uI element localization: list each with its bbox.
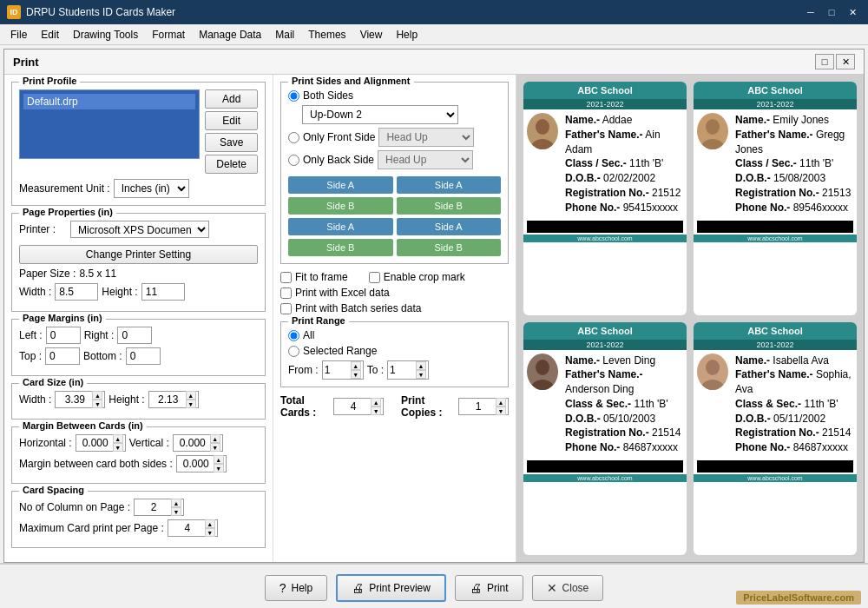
menu-help[interactable]: Help: [389, 27, 424, 43]
svg-rect-35: [699, 461, 700, 472]
total-cards-label: Total Cards :: [280, 394, 326, 419]
card-3-school: ABC School: [523, 322, 687, 340]
close-app-button[interactable]: ✕: [844, 5, 861, 19]
change-printer-button[interactable]: Change Printer Setting: [19, 245, 258, 264]
svg-rect-17: [708, 221, 710, 232]
svg-rect-7: [541, 221, 544, 232]
id-card-1: ABC School 2021-2022 Name.- Addae Father…: [523, 82, 687, 315]
edit-profile-button[interactable]: Edit: [205, 111, 258, 130]
margin-bottom-input[interactable]: [126, 347, 161, 365]
max-cards-spinner[interactable]: ▲▼: [168, 519, 218, 537]
side-cell-4[interactable]: Side B: [397, 197, 502, 215]
card-3-year: 2021-2022: [523, 340, 687, 350]
total-cards-spinner[interactable]: ▲▼: [333, 398, 384, 415]
side-cell-7[interactable]: Side B: [288, 239, 393, 256]
menu-drawing-tools[interactable]: Drawing Tools: [66, 27, 145, 43]
profile-list[interactable]: Default.drp: [19, 89, 200, 159]
margin-top-input[interactable]: [45, 347, 80, 365]
alignment-select[interactable]: Up-Down 2: [302, 105, 458, 124]
print-copies-label: Print Copies :: [401, 394, 451, 419]
card-4-year: 2021-2022: [694, 340, 857, 350]
print-sides-panel: Print Sides and Alignment Both Sides Up-…: [273, 75, 516, 562]
svg-rect-42: [717, 461, 719, 472]
svg-rect-38: [707, 461, 707, 472]
front-head-up-select[interactable]: Head Up: [378, 128, 474, 147]
preview-grid: ABC School 2021-2022 Name.- Addae Father…: [523, 82, 857, 555]
print-profile-section: Print Profile Default.drp Add Edit Save …: [11, 82, 266, 206]
delete-profile-button[interactable]: Delete: [205, 155, 258, 174]
title-bar: ID DRPU Students ID Cards Maker ─ □ ✕: [0, 0, 868, 24]
card-2-year: 2021-2022: [694, 99, 857, 109]
left-label: Left :: [19, 329, 43, 341]
print-preview-button[interactable]: 🖨 Print Preview: [336, 574, 446, 602]
minimize-button[interactable]: ─: [802, 5, 819, 19]
to-spinner[interactable]: ▲▼: [387, 360, 429, 380]
menu-edit[interactable]: Edit: [34, 27, 66, 43]
fit-to-frame-checkbox[interactable]: [280, 272, 292, 283]
menu-manage-data[interactable]: Manage Data: [192, 27, 268, 43]
card-4-info: Name.- Isabella Ava Father's Name.- Soph…: [735, 354, 853, 456]
options-section: Fit to frame Enable crop mark Print with…: [280, 271, 509, 314]
menu-themes[interactable]: Themes: [301, 27, 352, 43]
id-card-4: ABC School 2021-2022 Name.- Isabella Ava…: [694, 322, 857, 556]
side-cell-2[interactable]: Side A: [397, 176, 502, 194]
all-radio[interactable]: [288, 330, 299, 341]
menu-mail[interactable]: Mail: [268, 27, 301, 43]
batch-series-checkbox[interactable]: [280, 303, 292, 314]
back-side-radio[interactable]: [288, 155, 299, 166]
print-dialog: Print □ ✕ Print Profile Default.drp: [0, 45, 868, 563]
card-spacing-section: Card Spacing No of Column on Page : ▲▼ M…: [11, 491, 266, 548]
dialog-maximize-button[interactable]: □: [815, 54, 834, 69]
side-cell-8[interactable]: Side B: [397, 239, 502, 256]
page-height-input[interactable]: [141, 283, 185, 301]
side-cell-1[interactable]: Side A: [288, 176, 393, 194]
selected-range-radio[interactable]: [288, 346, 299, 357]
card-2-school: ABC School: [694, 82, 857, 99]
excel-data-label: Print with Excel data: [295, 287, 390, 299]
page-width-input[interactable]: [55, 283, 98, 301]
menu-view[interactable]: View: [353, 27, 390, 43]
print-preview-icon: 🖨: [352, 581, 364, 595]
profile-item[interactable]: Default.drp: [23, 94, 195, 109]
close-dialog-button[interactable]: ✕ Close: [532, 575, 604, 601]
side-cell-3[interactable]: Side B: [288, 197, 393, 215]
front-side-radio[interactable]: [288, 132, 299, 143]
from-spinner[interactable]: ▲▼: [322, 360, 364, 380]
margin-left-input[interactable]: [46, 327, 81, 344]
help-button[interactable]: ? Help: [265, 575, 327, 601]
margin-right-input[interactable]: [117, 327, 152, 344]
svg-rect-28: [538, 461, 540, 472]
both-sides-radio[interactable]: [288, 90, 299, 102]
vertical-spinner[interactable]: ▲▼: [173, 434, 223, 452]
both-sides-spinner[interactable]: ▲▼: [176, 455, 227, 473]
bottom-label: Bottom :: [83, 350, 122, 362]
add-profile-button[interactable]: Add: [205, 89, 258, 109]
columns-spinner[interactable]: ▲▼: [134, 499, 184, 516]
paper-size-value: 8.5 x 11: [79, 268, 116, 280]
maximize-button[interactable]: □: [823, 5, 840, 19]
print-button[interactable]: 🖨 Print: [455, 575, 523, 601]
back-head-up-select[interactable]: Head Up: [378, 150, 473, 169]
menu-format[interactable]: Format: [145, 27, 192, 43]
print-sides-label: Print Sides and Alignment: [288, 76, 414, 86]
card-width-spinner[interactable]: ▲▼: [55, 391, 105, 408]
measurement-select[interactable]: Inches (in): [114, 179, 189, 198]
print-copies-spinner[interactable]: ▲▼: [458, 398, 509, 415]
width-label: Width :: [19, 286, 51, 298]
menu-file[interactable]: File: [3, 27, 34, 43]
horizontal-spinner[interactable]: ▲▼: [76, 434, 126, 452]
right-label: Right :: [84, 329, 115, 341]
dialog-title-bar: Print □ ✕: [4, 50, 864, 75]
save-profile-button[interactable]: Save: [205, 133, 258, 152]
card-height-spinner[interactable]: ▲▼: [148, 391, 199, 408]
dialog-close-button[interactable]: ✕: [836, 54, 855, 69]
crop-mark-checkbox[interactable]: [369, 272, 380, 283]
both-sides-label: Both Sides: [303, 89, 353, 102]
excel-data-checkbox[interactable]: [280, 287, 292, 299]
card-spacing-label: Card Spacing: [19, 485, 88, 495]
side-cell-6[interactable]: Side A: [397, 218, 502, 235]
max-cards-label: Maximum Card print per Page :: [19, 522, 164, 534]
side-cell-5[interactable]: Side A: [288, 218, 393, 235]
help-label: Help: [292, 582, 313, 594]
printer-select[interactable]: Microsoft XPS Document Wi...: [70, 221, 209, 238]
